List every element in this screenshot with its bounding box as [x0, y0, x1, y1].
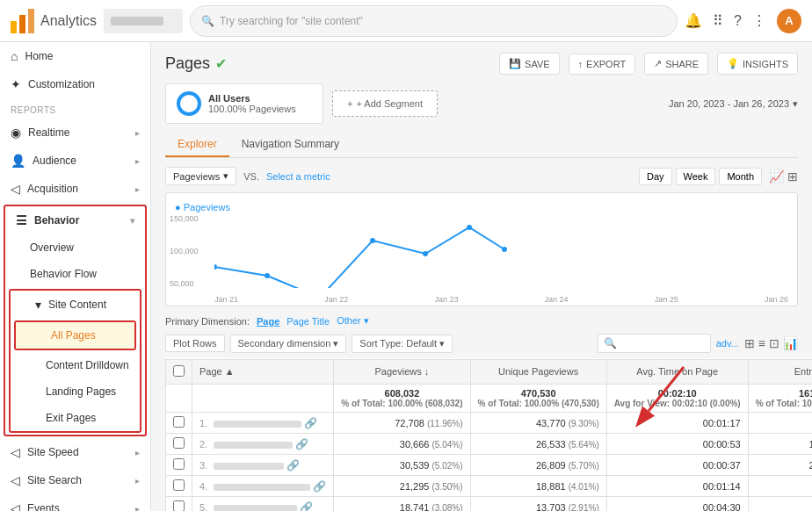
reports-section-label: REPORTS — [0, 98, 150, 119]
add-segment-button[interactable]: + + Add Segment — [332, 90, 438, 117]
sidebar-item-customization[interactable]: ✦ Customization — [0, 70, 150, 98]
totals-unique-pageviews: 470,530 % of Total: 100.00% (470,530) — [470, 384, 606, 413]
sidebar-item-audience[interactable]: 👤 Audience ▸ — [0, 147, 150, 175]
apps-icon[interactable]: ⠿ — [713, 12, 723, 29]
page-title-area: Pages ✔ — [165, 54, 227, 73]
events-icon: ◁ — [11, 501, 20, 511]
totals-checkbox-cell — [166, 384, 192, 413]
sidebar-item-site-search[interactable]: ◁ Site Search ▸ — [0, 466, 150, 494]
table-search-input[interactable] — [617, 338, 705, 349]
site-speed-icon: ◁ — [11, 445, 20, 459]
page-url-4 — [214, 484, 310, 491]
sidebar-item-all-pages[interactable]: All Pages — [16, 322, 134, 349]
dim-page-title[interactable]: Page Title — [286, 316, 330, 327]
week-button[interactable]: Week — [676, 168, 716, 185]
row4-checkbox[interactable] — [173, 479, 185, 491]
sidebar-item-realtime[interactable]: ◉ Realtime ▸ — [0, 119, 150, 147]
search-bar[interactable]: 🔍 Try searching for "site content" — [190, 5, 678, 37]
sidebar-item-overview[interactable]: Overview — [5, 234, 145, 261]
th-entrances[interactable]: Entrances — [748, 359, 812, 384]
avatar[interactable]: A — [777, 9, 801, 33]
day-button[interactable]: Day — [639, 168, 672, 185]
chevron-right-icon: ▸ — [135, 128, 140, 138]
secondary-dimension-button[interactable]: Secondary dimension ▾ — [230, 335, 347, 353]
sort-arrow: ▲ — [225, 366, 235, 377]
segment-text: All Users 100.00% Pageviews — [208, 93, 296, 114]
sidebar-item-content-drilldown[interactable]: Content Drilldown — [11, 352, 140, 378]
row5-checkbox[interactable] — [173, 500, 185, 511]
sidebar-item-behavior[interactable]: ☰ Behavior ▾ — [5, 206, 145, 234]
sidebar-item-behavior-flow[interactable]: Behavior Flow — [5, 261, 145, 287]
secondary-dim-label: Secondary dimension — [238, 338, 331, 349]
export-button[interactable]: ↑ EXPORT — [569, 54, 636, 75]
chart-view-icon-2[interactable]: 📊 — [783, 336, 798, 350]
sidebar-label-events: Events — [27, 502, 60, 511]
share-button[interactable]: ↗ SHARE — [644, 53, 708, 75]
row-icon-3: 🔗 — [286, 459, 300, 471]
chevron-down-icon-metric: ▾ — [223, 170, 228, 182]
th-avg-time[interactable]: Avg. Time on Page — [606, 359, 748, 384]
verified-icon: ✔ — [215, 55, 227, 72]
row3-checkbox[interactable] — [173, 458, 185, 470]
grid-view-icon[interactable]: ⊞ — [744, 336, 755, 350]
more-icon[interactable]: ⋮ — [752, 12, 766, 29]
row1-checkbox[interactable] — [173, 416, 185, 428]
sidebar-item-landing-pages[interactable]: Landing Pages — [11, 378, 140, 405]
page-url-2 — [214, 442, 293, 449]
plot-rows-button[interactable]: Plot Rows — [165, 335, 225, 352]
sidebar-item-home[interactable]: ⌂ Home — [0, 42, 150, 70]
th-page[interactable]: Page ▲ — [192, 359, 334, 384]
insights-button[interactable]: 💡 INSIGHTS — [717, 53, 798, 75]
sidebar-item-events[interactable]: ◁ Events ▸ — [0, 494, 150, 511]
sort-type-button[interactable]: Sort Type: Default ▾ — [352, 335, 453, 353]
customization-icon: ✦ — [11, 77, 21, 91]
row-icon-1: 🔗 — [304, 417, 317, 429]
pivot-view-icon[interactable]: ⊡ — [769, 336, 779, 350]
search-icon-table: 🔍 — [604, 337, 617, 349]
dim-page[interactable]: Page — [257, 316, 279, 327]
advanced-link[interactable]: adv... — [716, 338, 739, 349]
logo: Analytics — [11, 9, 97, 33]
dim-other[interactable]: Other ▾ — [337, 315, 369, 327]
all-users-segment[interactable]: All Users 100.00% Pageviews — [165, 83, 323, 124]
chevron-down-icon-sort: ▾ — [439, 338, 445, 349]
table-chart-icon[interactable]: ⊞ — [787, 169, 798, 184]
sidebar-item-site-content[interactable]: ▾ Site Content — [11, 291, 140, 319]
th-unique-pageviews[interactable]: Unique Pageviews — [470, 359, 606, 384]
tab-navigation-summary[interactable]: Navigation Summary — [229, 133, 352, 157]
tab-explorer[interactable]: Explorer — [165, 133, 229, 157]
sidebar-item-acquisition[interactable]: ◁ Acquisition ▸ — [0, 175, 150, 203]
segment-circle — [177, 91, 201, 116]
sidebar-label-exit-pages: Exit Pages — [46, 412, 96, 424]
search-placeholder: Try searching for "site content" — [220, 15, 363, 27]
account-selector[interactable] — [104, 9, 183, 33]
segment-subtitle: 100.00% Pageviews — [208, 104, 296, 114]
realtime-icon: ◉ — [11, 126, 21, 140]
select-metric[interactable]: Select a metric — [266, 171, 330, 182]
sidebar-item-site-speed[interactable]: ◁ Site Speed ▸ — [0, 438, 150, 466]
line-chart-icon[interactable]: 📈 — [769, 169, 784, 184]
notifications-icon[interactable]: 🔔 — [685, 12, 702, 29]
date-range-text: Jan 20, 2023 - Jan 26, 2023 — [669, 98, 789, 109]
sidebar-label-audience: Audience — [33, 155, 76, 167]
table-search-box[interactable]: 🔍 — [598, 334, 711, 353]
sidebar: ⌂ Home ✦ Customization REPORTS ◉ Realtim… — [0, 42, 151, 511]
save-button[interactable]: 💾 SAVE — [499, 53, 560, 75]
primary-dim-label: Primary Dimension: — [165, 316, 250, 327]
select-all-checkbox[interactable] — [173, 365, 185, 377]
row2-checkbox[interactable] — [173, 437, 185, 449]
time-buttons: Day Week Month — [639, 168, 762, 185]
date-range[interactable]: Jan 20, 2023 - Jan 26, 2023 ▾ — [669, 98, 798, 110]
metric-dropdown[interactable]: Pageviews ▾ — [165, 167, 236, 185]
help-icon[interactable]: ? — [734, 13, 742, 29]
th-pageviews[interactable]: Pageviews ↓ — [334, 359, 470, 384]
primary-dimension: Primary Dimension: Page Page Title Other… — [165, 315, 798, 327]
metric-label: Pageviews — [173, 171, 220, 182]
sidebar-item-exit-pages[interactable]: Exit Pages — [11, 405, 140, 431]
page-url-5 — [214, 505, 297, 511]
list-view-icon[interactable]: ≡ — [758, 336, 765, 350]
svg-rect-0 — [11, 21, 17, 33]
sidebar-label-realtime: Realtime — [28, 126, 69, 139]
month-button[interactable]: Month — [719, 168, 762, 185]
svg-point-4 — [265, 273, 270, 278]
